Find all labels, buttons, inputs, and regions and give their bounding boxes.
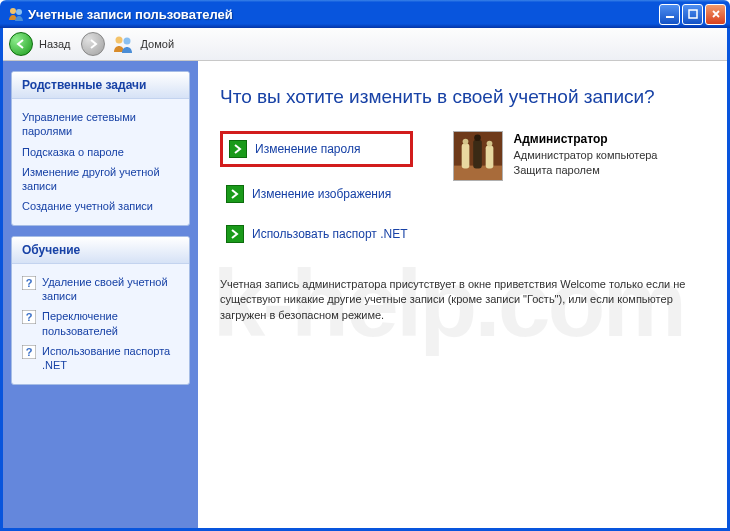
svg-rect-15 (474, 139, 483, 168)
svg-text:?: ? (26, 311, 33, 323)
user-protection: Защита паролем (513, 163, 657, 178)
back-label[interactable]: Назад (39, 38, 71, 50)
maximize-button[interactable] (682, 4, 703, 25)
learn-link-label: Удаление своей учетной записи (42, 275, 179, 304)
task-use-passport-net[interactable]: Использовать паспорт .NET (220, 221, 413, 247)
svg-rect-2 (666, 16, 674, 18)
learn-link-label: Переключение пользователей (42, 309, 179, 338)
minimize-button[interactable] (659, 4, 680, 25)
window-frame: Назад Домой Родственные задачи Управлени… (0, 28, 730, 531)
related-tasks-header: Родственные задачи (12, 72, 189, 99)
learn-link-delete-own-account[interactable]: ? Удаление своей учетной записи (22, 272, 179, 307)
task-list: Изменение пароля Изменение изображения И… (220, 131, 413, 247)
svg-text:?: ? (26, 346, 33, 358)
back-button[interactable] (9, 32, 33, 56)
main-panel: k-help.com Что вы хотите изменить в свое… (198, 61, 727, 528)
toolbar: Назад Домой (3, 28, 727, 61)
learn-link-switch-users[interactable]: ? Переключение пользователей (22, 306, 179, 341)
arrow-right-icon (229, 140, 247, 158)
svg-point-17 (463, 138, 469, 144)
window-title: Учетные записи пользователей (28, 7, 657, 22)
related-tasks-box: Родственные задачи Управление сетевыми п… (11, 71, 190, 226)
task-label: Использовать паспорт .NET (252, 227, 407, 241)
content-area: Родственные задачи Управление сетевыми п… (3, 61, 727, 528)
admin-note: Учетная запись администратора присутству… (220, 277, 690, 323)
learn-link-label: Использование паспорта .NET (42, 344, 179, 373)
arrow-right-icon (226, 185, 244, 203)
svg-rect-3 (689, 10, 697, 18)
svg-rect-16 (486, 145, 494, 168)
svg-point-18 (475, 134, 482, 141)
svg-point-1 (16, 9, 22, 15)
task-change-picture[interactable]: Изменение изображения (220, 181, 413, 207)
help-icon: ? (22, 345, 36, 359)
task-label: Изменение пароля (255, 142, 360, 156)
sidebar-link-change-other-account[interactable]: Изменение другой учетной записи (22, 162, 179, 197)
user-role: Администратор компьютера (513, 148, 657, 163)
page-title: Что вы хотите изменить в своей учетной з… (220, 85, 705, 109)
forward-button[interactable] (81, 32, 105, 56)
close-button[interactable] (705, 4, 726, 25)
help-icon: ? (22, 276, 36, 290)
home-label[interactable]: Домой (141, 38, 175, 50)
learn-header: Обучение (12, 237, 189, 264)
learn-link-passport-net[interactable]: ? Использование паспорта .NET (22, 341, 179, 376)
svg-text:?: ? (26, 277, 33, 289)
titlebar: Учетные записи пользователей (0, 0, 730, 28)
svg-point-19 (487, 140, 493, 146)
home-users-icon (113, 35, 135, 53)
sidebar-link-password-hint[interactable]: Подсказка о пароле (22, 142, 179, 162)
task-change-password[interactable]: Изменение пароля (220, 131, 413, 167)
svg-point-5 (123, 38, 130, 45)
user-block: Администратор Администратор компьютера З… (453, 131, 657, 181)
user-name: Администратор (513, 131, 657, 148)
learn-box: Обучение ? Удаление своей учетной записи… (11, 236, 190, 385)
users-app-icon (8, 6, 24, 22)
sidebar-link-create-account[interactable]: Создание учетной записи (22, 196, 179, 216)
svg-point-4 (115, 37, 122, 44)
svg-point-0 (10, 8, 16, 14)
arrow-right-icon (226, 225, 244, 243)
svg-rect-14 (462, 143, 470, 168)
sidebar: Родственные задачи Управление сетевыми п… (3, 61, 198, 528)
task-label: Изменение изображения (252, 187, 391, 201)
help-icon: ? (22, 310, 36, 324)
user-avatar (453, 131, 503, 181)
sidebar-link-network-passwords[interactable]: Управление сетевыми паролями (22, 107, 179, 142)
